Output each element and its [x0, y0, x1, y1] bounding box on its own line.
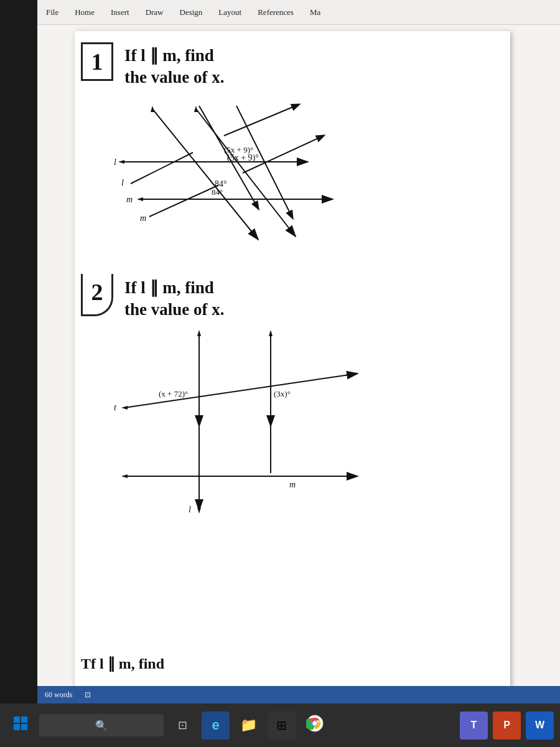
- start-button[interactable]: [6, 712, 34, 740]
- problem1-line2: the value of x.: [124, 67, 224, 88]
- explorer-icon: 📁: [240, 717, 257, 733]
- problem1-text: If l ∥ m, find the value of x.: [124, 45, 224, 88]
- page-view-icon: ⊡: [85, 690, 91, 700]
- problem2-diagram-svg: t m (x + 72)° (3x)° l: [90, 327, 414, 520]
- menu-draw[interactable]: Draw: [143, 6, 166, 19]
- angle-x72-label: (x + 72)°: [159, 389, 188, 398]
- t-label-p2: t: [114, 403, 117, 412]
- angle-3x-label: (3x)°: [274, 389, 291, 398]
- problem1-diagram-svg: l m (5x + 9)° 84°: [90, 90, 414, 258]
- svg-rect-28: [21, 716, 27, 723]
- svg-marker-25: [197, 507, 201, 514]
- problem2-text: If l ∥ m, find the value of x.: [124, 277, 224, 321]
- taskview-icon: ⊡: [178, 718, 187, 732]
- angle-5x9-label: (5x + 9)°: [224, 145, 253, 154]
- m-label-p2: m: [289, 480, 296, 489]
- windows-icon: [14, 716, 27, 734]
- l-label-p1: l: [114, 157, 116, 167]
- chrome-icon: [306, 715, 324, 736]
- problem1-diagram-container: l m (5x + 9)° 84°: [90, 90, 414, 258]
- menubar: File Home Insert Draw Design Layout Refe…: [37, 0, 560, 25]
- menu-more[interactable]: Ma: [307, 6, 323, 19]
- svg-marker-19: [269, 330, 273, 336]
- svg-rect-27: [14, 716, 20, 723]
- menu-design[interactable]: Design: [177, 6, 205, 19]
- edge-icon: e: [212, 717, 219, 733]
- status-bar: 60 words ⊡: [37, 686, 560, 703]
- doc-area: 1 If l ∥ m, find the value of x. l m: [37, 25, 560, 703]
- word-logo: W: [535, 720, 544, 731]
- teams-logo: T: [471, 720, 477, 731]
- svg-rect-29: [14, 724, 20, 730]
- powerpoint-logo: P: [503, 720, 510, 731]
- svg-marker-17: [197, 330, 201, 336]
- edge-button[interactable]: e: [202, 712, 230, 740]
- left-sidebar: [0, 0, 37, 703]
- document-page: 1 If l ∥ m, find the value of x. l m: [75, 31, 510, 691]
- explorer-button[interactable]: 📁: [235, 712, 263, 740]
- teams-icon[interactable]: T: [460, 712, 488, 740]
- word-count: 60 words: [45, 690, 72, 700]
- search-button[interactable]: 🔍: [39, 714, 164, 736]
- problem1-number-badge: 1: [81, 42, 113, 81]
- menu-file[interactable]: File: [44, 6, 61, 19]
- svg-point-33: [312, 721, 317, 726]
- problem2-number-badge: 2: [81, 274, 113, 316]
- problem2-line2: the value of x.: [124, 299, 224, 321]
- svg-rect-30: [21, 724, 27, 730]
- problem2-line1: If l ∥ m, find: [124, 277, 224, 299]
- m-label-p1: m: [126, 195, 133, 204]
- svg-marker-10: [137, 197, 143, 201]
- angle-84-label: 84°: [212, 187, 223, 197]
- menu-insert[interactable]: Insert: [108, 6, 132, 19]
- menu-layout[interactable]: Layout: [216, 6, 244, 19]
- powerpoint-icon[interactable]: P: [493, 712, 521, 740]
- chrome-button[interactable]: [301, 712, 329, 740]
- svg-marker-8: [118, 160, 124, 164]
- svg-marker-14: [194, 106, 198, 112]
- problem1-line1: If l ∥ m, find: [124, 45, 224, 67]
- search-icon: 🔍: [95, 720, 108, 731]
- svg-marker-23: [121, 474, 128, 478]
- app-icon-1[interactable]: ⊞: [268, 712, 296, 740]
- app1-icon: ⊞: [276, 718, 287, 733]
- menu-home[interactable]: Home: [72, 6, 97, 19]
- svg-marker-12: [151, 106, 154, 112]
- problem2-diagram-container: t m (x + 72)° (3x)° l: [90, 327, 414, 520]
- problem3-partial: Tf l ∥ m, find: [81, 655, 164, 672]
- menu-references[interactable]: References: [255, 6, 296, 19]
- taskbar: 🔍 ⊡ e 📁 ⊞ T P W: [0, 703, 560, 747]
- svg-line-13: [196, 109, 296, 237]
- l-bottom-label: l: [189, 505, 191, 514]
- taskview-button[interactable]: ⊡: [169, 712, 197, 740]
- svg-line-11: [152, 109, 258, 240]
- word-icon[interactable]: W: [526, 712, 554, 740]
- svg-marker-21: [121, 406, 128, 410]
